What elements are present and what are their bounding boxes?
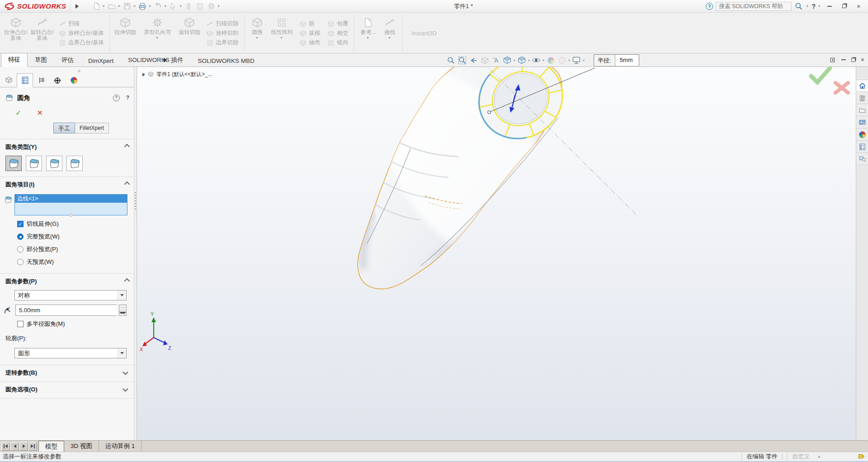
open-dropdown-icon[interactable]: ▾ xyxy=(118,4,120,8)
panel-flyout-arrow-icon[interactable] xyxy=(164,58,167,62)
first-study-button[interactable] xyxy=(1,442,10,451)
spin-up-icon[interactable] xyxy=(119,305,126,310)
scene-dropdown-icon[interactable]: ▾ xyxy=(568,58,570,62)
zoom-to-fit-button[interactable] xyxy=(445,55,456,66)
selected-edge-item[interactable]: 边线<1> xyxy=(15,195,127,203)
select-dropdown-icon[interactable]: ▾ xyxy=(179,4,181,8)
reference-dropdown-icon[interactable]: ▾ xyxy=(367,36,368,40)
tab-sw-mbd[interactable]: SOLIDWORKS MBD xyxy=(191,55,262,67)
radius-spinner[interactable] xyxy=(119,305,127,316)
undo-dropdown-icon[interactable]: ▾ xyxy=(164,4,166,8)
view-orientation-button[interactable] xyxy=(502,55,513,66)
model-tab[interactable]: 模型 xyxy=(38,441,64,452)
property-manager-tab[interactable] xyxy=(17,73,33,87)
edges-selection-listbox[interactable]: 边线<1> xyxy=(14,194,127,215)
sw-resources-tab[interactable] xyxy=(856,80,868,92)
fillet-dropdown-icon[interactable]: ▾ xyxy=(256,36,258,40)
hole-wizard-dropdown-icon[interactable]: ▾ xyxy=(156,36,158,40)
next-study-button[interactable] xyxy=(19,442,28,451)
confirm-cancel-icon[interactable] xyxy=(835,83,848,93)
options-button[interactable] xyxy=(206,1,216,11)
file-explorer-tab[interactable] xyxy=(856,104,868,116)
customize-status[interactable]: 自定义 xyxy=(792,452,821,461)
save-dropdown-icon[interactable]: ▾ xyxy=(133,4,135,8)
hole-wizard-button[interactable]: 异型孔向导▾ xyxy=(138,14,176,53)
revolved-cut-button[interactable]: 旋转切除 xyxy=(176,14,203,53)
fillet-parameters-section-header[interactable]: 圆角参数(P) xyxy=(0,274,134,287)
edit-appearance-button[interactable] xyxy=(545,55,556,66)
help-dropdown-icon[interactable]: ▾ xyxy=(818,4,820,8)
revolved-boss-button[interactable]: 旋转凸台/基体 xyxy=(29,14,55,53)
tangent-propagation-option[interactable]: ✓ 切线延伸(G) xyxy=(17,220,134,228)
filletxpert-mode-button[interactable]: FilletXpert xyxy=(75,123,109,133)
section-view-button[interactable] xyxy=(479,55,490,66)
pattern-dropdown-icon[interactable]: ▾ xyxy=(280,36,282,40)
profile-dropdown[interactable]: 圆形 xyxy=(14,348,127,358)
options-dropdown-icon[interactable]: ▾ xyxy=(217,4,219,8)
tab-sketch[interactable]: 草图 xyxy=(28,53,54,67)
view-palette-tab[interactable] xyxy=(856,116,868,129)
open-file-button[interactable] xyxy=(107,1,117,11)
fillet-button[interactable]: 圆角▾ xyxy=(247,14,268,53)
shell-button[interactable]: 抽壳 xyxy=(297,38,322,47)
annotations-button[interactable]: A xyxy=(491,55,501,66)
save-button[interactable] xyxy=(122,1,132,11)
tag-icon[interactable] xyxy=(857,453,864,461)
rib-button[interactable]: 筋 xyxy=(297,19,322,28)
3d-views-tab[interactable]: 3D 视图 xyxy=(64,441,99,452)
curves-dropdown-icon[interactable]: ▾ xyxy=(388,36,390,40)
dimxpert-manager-tab[interactable] xyxy=(49,73,66,87)
radius-value-field[interactable]: 5.00mm xyxy=(15,305,117,316)
motion-study-tab[interactable]: 运动算例 1 xyxy=(99,441,142,452)
tab-evaluate[interactable]: 评估 xyxy=(54,53,81,67)
restore-button[interactable] xyxy=(838,2,850,11)
feature-tree-tab[interactable] xyxy=(0,73,17,87)
new-dropdown-icon[interactable]: ▾ xyxy=(103,4,104,8)
help-circle-icon[interactable]: ? xyxy=(706,3,713,10)
solidworks-logo[interactable]: SOLIDWORKS xyxy=(0,0,71,12)
doc-restore-icon[interactable] xyxy=(851,58,855,62)
radius-callout-value[interactable]: 5mm xyxy=(615,55,639,66)
doc-close-icon[interactable]: × xyxy=(861,56,864,63)
intersect-button[interactable]: 相交 xyxy=(326,29,350,38)
undo-button[interactable] xyxy=(153,1,163,11)
minimize-button[interactable] xyxy=(824,2,835,11)
boundary-boss-button[interactable]: 边界凸台/基体 xyxy=(57,38,105,47)
spin-down-icon[interactable] xyxy=(119,310,126,315)
custom-properties-tab[interactable] xyxy=(856,141,868,153)
setback-parameters-section-header[interactable]: 逆转参数(B) xyxy=(0,365,134,379)
extruded-boss-button[interactable]: 拉伸凸台/基体 xyxy=(3,14,29,53)
panel-splitter[interactable] xyxy=(134,67,137,440)
fillet-items-section-header[interactable]: 圆角项目(I) xyxy=(0,177,134,191)
design-library-tab[interactable] xyxy=(856,92,868,104)
boundary-cut-button[interactable]: 边界切除 xyxy=(204,38,240,47)
face-fillet-button[interactable] xyxy=(46,156,62,171)
cancel-button[interactable]: ✕ xyxy=(37,109,42,117)
reference-geometry-button[interactable]: 参考...▾ xyxy=(357,14,379,53)
search-icon[interactable] xyxy=(794,2,803,11)
sw-forum-tab[interactable] xyxy=(856,153,868,165)
swept-cut-button[interactable]: 扫描切除 xyxy=(204,19,240,28)
draft-button[interactable]: 拔模 xyxy=(297,29,322,38)
zoom-to-area-button[interactable] xyxy=(457,55,467,66)
close-button[interactable]: × xyxy=(853,2,864,11)
view-settings-dropdown-icon[interactable]: ▾ xyxy=(583,58,585,62)
fillet-type-section-header[interactable]: 圆角类型(Y) xyxy=(0,139,134,153)
fillet-options-section-header[interactable]: 圆角选项(O) xyxy=(0,382,134,395)
file-properties-button[interactable] xyxy=(195,1,205,11)
keep-visible-pin-icon[interactable]: ? xyxy=(113,95,120,101)
extruded-cut-button[interactable]: 拉伸切除 xyxy=(112,14,138,53)
confirm-ok-icon[interactable] xyxy=(811,68,830,82)
view-settings-button[interactable] xyxy=(571,55,582,66)
new-file-button[interactable] xyxy=(91,1,101,11)
configuration-tab[interactable] xyxy=(33,73,49,87)
hide-show-dropdown-icon[interactable]: ▾ xyxy=(542,58,544,62)
last-study-button[interactable] xyxy=(28,442,37,451)
wrap-button[interactable]: 包覆 xyxy=(326,19,350,28)
symmetric-dropdown[interactable]: 对称 xyxy=(14,290,127,300)
constant-size-fillet-button[interactable] xyxy=(5,156,22,171)
help-menu[interactable]: ? xyxy=(811,3,816,10)
lofted-cut-button[interactable]: 放样切割 xyxy=(204,29,240,38)
panel-resize-grip[interactable] xyxy=(78,70,80,72)
partial-preview-option[interactable]: 部分预览(P) xyxy=(17,245,134,253)
